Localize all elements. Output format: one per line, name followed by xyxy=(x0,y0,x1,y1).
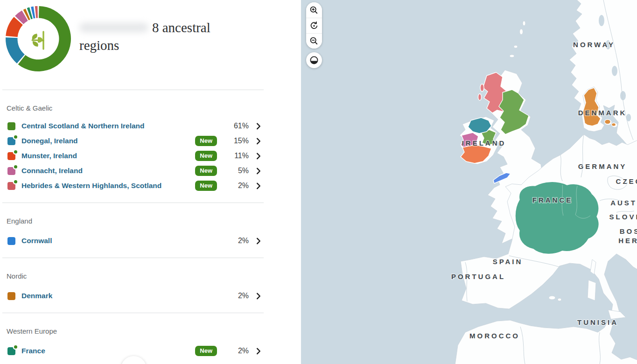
map-area: NORWAYDENMARKIRELANDGERMANYCZECAUSTRSLOV… xyxy=(301,0,637,364)
region-name: France xyxy=(21,347,195,355)
legend-section: Celtic & GaelicCentral Scotland & Northe… xyxy=(2,90,264,203)
region-name: Donegal, Ireland xyxy=(21,137,195,145)
region-row[interactable]: Munster, IrelandNew11% xyxy=(2,148,264,163)
region-row[interactable]: Central Scotland & Northern Ireland61% xyxy=(2,119,264,133)
reset-view-icon xyxy=(309,21,319,30)
ancestry-leaf-logo xyxy=(32,32,43,49)
map-label-tunisia: TUNISIA xyxy=(577,318,618,326)
map-label-austr: AUSTR xyxy=(610,199,637,207)
map-label-bos: BOS xyxy=(620,227,637,235)
redacted-user-name xyxy=(79,23,148,32)
region-color-swatch xyxy=(7,167,15,175)
region-percent: 11% xyxy=(224,152,249,160)
section-rows: Central Scotland & Northern Ireland61%Do… xyxy=(2,119,264,193)
map-label-morocco: MOROCCO xyxy=(469,332,520,340)
chevron-right-icon xyxy=(256,182,261,189)
zoom-out-icon xyxy=(309,36,319,46)
europe-map[interactable]: NORWAYDENMARKIRELANDGERMANYCZECAUSTRSLOV… xyxy=(301,0,637,364)
region-name: Central Scotland & Northern Ireland xyxy=(21,122,224,130)
section-label: Western Europe xyxy=(2,327,264,335)
panel-header: 8 ancestral regions xyxy=(2,0,264,90)
map-label-slove: SLOVE xyxy=(609,213,637,221)
map-label-germany: GERMANY xyxy=(578,162,627,170)
new-badge: New xyxy=(195,151,217,161)
contrast-icon xyxy=(309,56,319,65)
map-style-button[interactable] xyxy=(306,52,322,68)
region-percent: 2% xyxy=(224,182,249,190)
region-row[interactable]: Donegal, IrelandNew15% xyxy=(2,133,264,148)
zoom-in-button[interactable] xyxy=(306,2,322,18)
section-label: England xyxy=(2,217,264,225)
region-hebrides[interactable] xyxy=(480,84,484,91)
chevron-right-icon xyxy=(256,238,261,245)
region-row[interactable]: Cornwall2% xyxy=(2,233,264,248)
region-percent: 5% xyxy=(224,167,249,175)
map-label-portugal: PORTUGAL xyxy=(451,273,505,280)
region-percent: 2% xyxy=(224,347,249,355)
new-dot xyxy=(14,180,17,183)
page-title: 8 ancestral regions xyxy=(79,19,225,55)
region-percent: 2% xyxy=(224,237,249,245)
region-percent: 61% xyxy=(224,122,249,130)
region-row[interactable]: Hebrides & Western Highlands, ScotlandNe… xyxy=(2,178,264,193)
section-rows: Denmark2% xyxy=(2,288,264,303)
region-color-swatch xyxy=(7,347,15,355)
new-badge: New xyxy=(195,346,217,356)
region-name: Cornwall xyxy=(21,237,224,245)
new-dot xyxy=(14,165,17,168)
donut-segment xyxy=(6,37,25,63)
legend-section: EnglandCornwall2% xyxy=(2,203,264,258)
ethnicity-panel: 8 ancestral regions Celtic & GaelicCentr… xyxy=(0,0,301,364)
new-badge: New xyxy=(195,136,217,146)
region-row[interactable]: Connacht, IrelandNew5% xyxy=(2,163,264,178)
region-name: Connacht, Ireland xyxy=(21,167,195,175)
section-rows: Cornwall2% xyxy=(2,233,264,248)
new-badge: New xyxy=(195,166,217,176)
map-label-denmark: DENMARK xyxy=(578,109,627,117)
region-percent: 2% xyxy=(224,292,249,300)
region-color-swatch xyxy=(7,292,15,300)
region-color-swatch xyxy=(7,152,15,160)
region-color-swatch xyxy=(7,122,15,130)
chevron-right-icon xyxy=(256,138,261,145)
chevron-right-icon xyxy=(256,123,261,130)
donut-segment xyxy=(18,6,71,71)
region-color-swatch xyxy=(7,137,15,145)
map-label-her: HER xyxy=(618,237,637,245)
region-row[interactable]: Denmark2% xyxy=(2,288,264,303)
map-label-france: FRANCE xyxy=(532,196,573,204)
new-dot xyxy=(14,150,17,154)
new-dot xyxy=(14,135,17,139)
map-label-spain: SPAIN xyxy=(493,258,523,266)
map-label-ireland: IRELAND xyxy=(462,139,506,147)
legend-section: NordicDenmark2% xyxy=(2,258,264,313)
section-label: Nordic xyxy=(2,272,264,280)
zoom-out-button[interactable] xyxy=(306,33,322,49)
donut-segment xyxy=(35,6,38,18)
map-label-norway: NORWAY xyxy=(573,41,615,49)
chevron-right-icon xyxy=(256,153,261,160)
new-dot xyxy=(14,345,17,349)
region-hebrides[interactable] xyxy=(478,94,482,100)
section-label: Celtic & Gaelic xyxy=(2,104,264,112)
zoom-in-icon xyxy=(309,6,319,15)
new-badge: New xyxy=(195,181,217,191)
region-color-swatch xyxy=(7,182,15,190)
region-color-swatch xyxy=(7,237,15,245)
map-controls xyxy=(306,2,322,68)
reset-view-button[interactable] xyxy=(306,18,322,33)
ethnicity-donut-chart xyxy=(3,4,73,74)
region-denmark[interactable] xyxy=(612,123,616,126)
region-denmark[interactable] xyxy=(605,119,611,124)
region-name: Denmark xyxy=(21,292,224,300)
map-label-czec: CZEC xyxy=(616,177,637,185)
region-name: Hebrides & Western Highlands, Scotland xyxy=(21,182,195,190)
region-list: Celtic & GaelicCentral Scotland & Northe… xyxy=(2,90,264,364)
chevron-right-icon xyxy=(256,168,261,175)
region-name: Munster, Ireland xyxy=(21,152,195,160)
chevron-right-icon xyxy=(256,348,261,355)
chevron-right-icon xyxy=(256,293,261,300)
region-percent: 15% xyxy=(224,137,249,145)
